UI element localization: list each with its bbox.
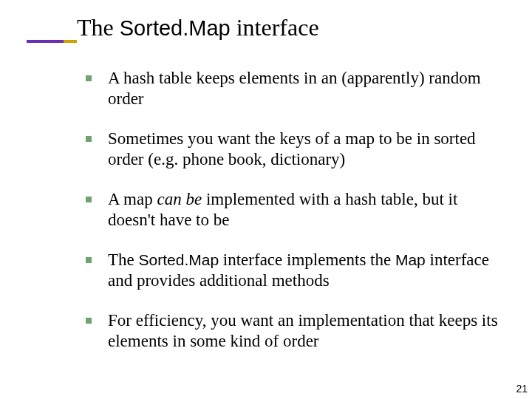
square-bullet-icon xyxy=(86,75,92,81)
list-item: A hash table keeps elements in an (appar… xyxy=(86,68,499,109)
square-bullet-icon xyxy=(86,318,92,324)
list-item-text: can be xyxy=(157,190,202,208)
page-number: 21 xyxy=(516,383,528,395)
list-item-text: Sometimes you want the keys of a map to … xyxy=(108,129,476,168)
title-code: Sorted.Map xyxy=(120,16,231,40)
square-bullet-icon xyxy=(86,197,92,202)
slide-title: The Sorted.Map interface xyxy=(0,0,532,41)
list-item-text: A hash table keeps elements in an (appar… xyxy=(108,69,481,108)
list-item: For efficiency, you want an implementati… xyxy=(86,310,499,352)
list-item: A map can be implemented with a hash tab… xyxy=(86,189,499,231)
list-item-text: interface implements the xyxy=(219,250,395,269)
bullet-list: A hash table keeps elements in an (appar… xyxy=(86,68,499,352)
square-bullet-icon xyxy=(86,136,92,142)
list-item: The Sorted.Map interface implements the … xyxy=(86,250,499,291)
list-item-text: Map xyxy=(395,251,426,268)
list-item-text: The xyxy=(108,250,139,269)
list-item-text: For efficiency, you want an implementati… xyxy=(108,311,498,350)
list-item-text: Sorted.Map xyxy=(139,251,219,268)
list-item-text: A map xyxy=(108,190,157,208)
slide: The Sorted.Map interface A hash table ke… xyxy=(0,0,532,399)
title-post: interface xyxy=(231,14,319,41)
square-bullet-icon xyxy=(86,257,92,263)
title-pre: The xyxy=(77,14,120,41)
slide-body: A hash table keeps elements in an (appar… xyxy=(86,68,499,371)
list-item: Sometimes you want the keys of a map to … xyxy=(86,129,499,170)
